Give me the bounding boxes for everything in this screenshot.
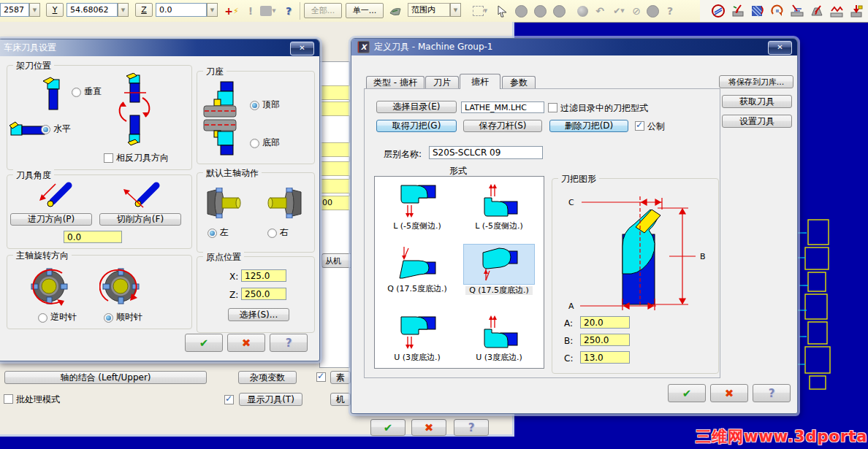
setup-cancel-button[interactable]: ✖ xyxy=(411,419,446,436)
station-bottom-radio[interactable] xyxy=(250,139,259,148)
catalog-input[interactable]: LATHE_MM.LHC xyxy=(461,101,544,113)
setup-ok-button[interactable]: ✔ xyxy=(370,419,406,436)
misc-values-button[interactable]: 杂项变数 xyxy=(238,371,297,384)
z-coord-button[interactable]: Z xyxy=(135,3,153,17)
lathe-toolpath-icon-6[interactable] xyxy=(809,3,825,19)
save-to-library-button[interactable]: 将保存到刀库... xyxy=(719,75,793,88)
horizontal-radio[interactable] xyxy=(41,125,50,134)
tab-type[interactable]: 类型 - 搪杆 xyxy=(366,76,425,89)
define-ok-button[interactable]: ✔ xyxy=(668,384,706,402)
close-icon[interactable]: ✕ xyxy=(290,42,314,55)
hidden-field[interactable] xyxy=(321,85,350,100)
style-option-0[interactable]: L (-5度侧边.) xyxy=(378,181,456,231)
lathe-toolpath-icon-5[interactable] xyxy=(789,3,805,19)
lasso-icon[interactable]: ▼ xyxy=(471,3,490,19)
origin-z-input[interactable]: 250.0 xyxy=(241,288,286,300)
style-option-4[interactable]: U (3度底边.) xyxy=(378,312,456,362)
tab-bar[interactable]: 搪杆 xyxy=(460,74,500,89)
plunge-direction-button[interactable]: 进刀方向(P) xyxy=(10,213,92,226)
tab-params[interactable]: 参数 xyxy=(502,76,536,89)
y-coord-button[interactable]: Y xyxy=(46,3,64,17)
coord-y-dropdown[interactable]: ▼ xyxy=(118,3,129,17)
hidden-field[interactable] xyxy=(321,161,350,176)
close-icon[interactable]: ✕ xyxy=(768,41,792,55)
cursor-arrow-icon[interactable] xyxy=(494,3,510,19)
spindle-left-radio[interactable] xyxy=(208,229,217,238)
station-top-radio[interactable] xyxy=(250,101,259,110)
coord-y-input[interactable]: 54.68062 xyxy=(66,3,118,17)
help-icon[interactable]: ? xyxy=(281,3,297,19)
reverse-tool-checkbox[interactable] xyxy=(104,153,113,163)
get-holder-button[interactable]: 取得刀把(G) xyxy=(376,120,457,132)
get-tool-button[interactable]: 获取刀具 xyxy=(722,95,792,108)
lathe-toolpath-icon-8[interactable] xyxy=(848,3,864,19)
filter-checkbox[interactable] xyxy=(548,103,557,112)
define-dialog-titlebar[interactable]: X 定义刀具 - Machine Group-1 ✕ xyxy=(351,39,797,55)
style-option-2[interactable]: Q (17.5度底边.) xyxy=(378,244,456,293)
hidden-field[interactable] xyxy=(321,179,350,193)
dim-a-input[interactable]: 20.0 xyxy=(580,316,630,329)
disabled-tool-icon[interactable]: ▼ xyxy=(259,3,278,19)
disabled-circle-icon-1[interactable] xyxy=(513,3,529,19)
null-icon[interactable]: ⊘ xyxy=(628,3,644,19)
lathe-toolpath-icon-2[interactable] xyxy=(730,3,746,19)
display-tool-button[interactable]: 显示刀具(T) xyxy=(239,393,302,406)
select-single-button[interactable]: 单一... xyxy=(346,3,384,18)
range-dropdown[interactable]: ▼ xyxy=(450,3,461,17)
coord-x-input[interactable]: 2587 xyxy=(0,3,29,17)
disabled-circle-icon-2[interactable] xyxy=(532,3,548,19)
exclamation-icon[interactable]: ! xyxy=(243,3,259,19)
style-option-3-selected[interactable]: Q (17.5度底边.) xyxy=(460,244,538,295)
stock-button-partial[interactable]: 素 xyxy=(330,371,351,384)
define-cancel-button[interactable]: ✖ xyxy=(710,384,748,402)
surface-select-icon[interactable] xyxy=(387,3,403,19)
save-bar-button[interactable]: 保存刀杆(S) xyxy=(463,120,542,132)
dim-b-input[interactable]: 250.0 xyxy=(580,334,630,346)
dim-c-input[interactable]: 13.0 xyxy=(580,351,630,364)
validate-icon[interactable]: ✔ ▼ xyxy=(609,3,628,19)
undo-icon[interactable]: ↶ xyxy=(592,3,608,19)
tool-angle-input[interactable]: 0.0 xyxy=(64,231,122,243)
lathe-toolpath-icon-4[interactable] xyxy=(769,3,785,19)
display-tool-checkbox[interactable] xyxy=(224,395,234,404)
spindle-right-radio[interactable] xyxy=(267,229,277,238)
machine-button-partial[interactable]: 机 xyxy=(330,393,351,406)
stock-checkbox[interactable] xyxy=(316,372,326,382)
hidden-field[interactable] xyxy=(321,101,350,116)
setup-tool-button[interactable]: 设置刀具 xyxy=(722,115,792,128)
lathe-help-button[interactable]: ? xyxy=(270,334,308,352)
delete-holder-button[interactable]: 删除刀把(D) xyxy=(549,120,628,132)
lathe-dialog-titlebar[interactable]: 车床刀具设置 ✕ xyxy=(0,39,319,56)
lathe-toolpath-icon-7[interactable] xyxy=(829,3,845,19)
hidden-field[interactable]: 00 xyxy=(321,196,350,210)
combine-axes-button[interactable]: 轴的结合 (Left/Upper) xyxy=(4,371,207,384)
lathe-ok-button[interactable]: ✔ xyxy=(185,334,223,352)
disabled-circle-icon-4[interactable] xyxy=(644,3,660,19)
cut-direction-button[interactable]: 切削方向(F) xyxy=(99,213,181,226)
style-option-5[interactable]: U (3度底边.) xyxy=(460,312,538,362)
origin-x-input[interactable]: 125.0 xyxy=(241,269,286,282)
select-all-button[interactable]: 全部... xyxy=(304,3,342,18)
lathe-toolpath-icon-1[interactable] xyxy=(710,3,726,19)
from-machine-button-partial[interactable]: 从机 xyxy=(321,253,354,268)
coord-z-input[interactable]: 0.0 xyxy=(156,3,207,17)
lathe-cancel-button[interactable]: ✖ xyxy=(227,334,265,352)
ccw-radio[interactable] xyxy=(38,313,47,323)
level-name-input[interactable]: S20S-SCLCR 09 xyxy=(429,146,543,159)
hidden-field[interactable] xyxy=(321,142,350,157)
help-icon-2[interactable]: ? xyxy=(662,3,678,19)
lathe-toolpath-icon-3[interactable] xyxy=(750,3,766,19)
select-catalog-button[interactable]: 选择目录(E) xyxy=(376,101,457,113)
metric-checkbox[interactable] xyxy=(635,121,644,131)
setup-help-button[interactable]: ? xyxy=(454,419,489,436)
coord-z-dropdown[interactable]: ▼ xyxy=(207,3,218,17)
define-help-button[interactable]: ? xyxy=(753,384,791,402)
batch-mode-checkbox[interactable] xyxy=(4,394,13,404)
autocursor-flash-icon[interactable]: +⚡ xyxy=(224,3,240,19)
range-select[interactable]: 范围内 xyxy=(408,3,450,17)
cw-radio[interactable] xyxy=(104,313,113,323)
coord-x-dropdown[interactable]: ▼ xyxy=(29,3,40,17)
tab-insert[interactable]: 刀片 xyxy=(425,76,459,89)
sphere-icon[interactable] xyxy=(574,3,590,19)
style-option-1[interactable]: L (-5度侧边.) xyxy=(460,181,538,231)
